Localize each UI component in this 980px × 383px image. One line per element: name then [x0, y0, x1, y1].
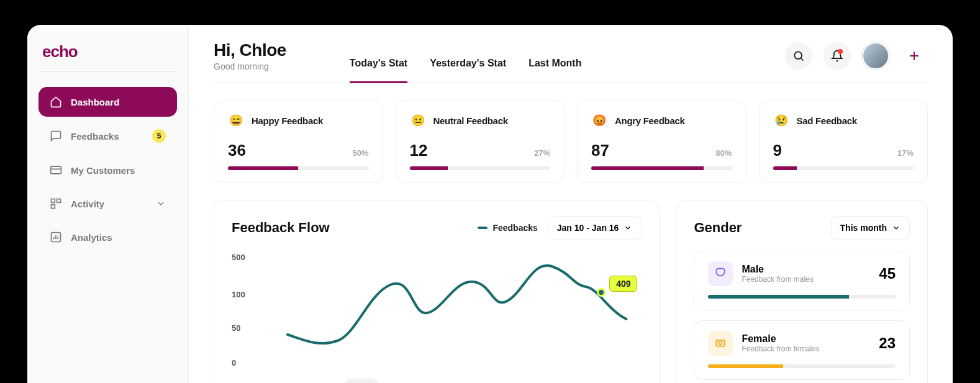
- greeting: Hi, Chloe Good morning: [214, 40, 286, 71]
- sidebar-item-label: Activity: [71, 199, 104, 209]
- stat-card-angry[interactable]: 😡 Angry Feedback 87 80%: [577, 101, 746, 183]
- plus-icon: +: [909, 46, 919, 66]
- svg-point-9: [794, 52, 802, 59]
- range-1y[interactable]: 1Y: [595, 379, 628, 383]
- chevron-down-icon: [892, 223, 901, 232]
- gender-value: 23: [879, 335, 896, 352]
- stat-percent: 80%: [715, 148, 732, 158]
- range-6m[interactable]: 6M: [532, 379, 566, 383]
- gender-subtitle: Feedback from females: [742, 345, 819, 353]
- stat-card-sad[interactable]: 😢 Sad Feedback 9 17%: [759, 101, 928, 183]
- stat-title: Angry Feedback: [615, 115, 685, 126]
- gender-title: Female: [742, 333, 819, 345]
- range-1d[interactable]: 1D: [283, 379, 317, 383]
- main-content: Hi, Chloe Good morning Today's Stat Yest…: [189, 25, 953, 383]
- sidebar-item-label: My Customers: [71, 165, 135, 176]
- tab-last-month[interactable]: Last Month: [529, 52, 581, 83]
- legend-label: Feedbacks: [492, 223, 537, 233]
- stat-progress: [228, 166, 369, 170]
- range-5d[interactable]: 5D: [345, 379, 378, 383]
- brand-logo: echo: [39, 40, 177, 72]
- gender-progress: [708, 295, 896, 299]
- svg-rect-0: [51, 166, 61, 174]
- sidebar: echo Dashboard Feedbacks 5: [27, 25, 189, 383]
- gender-card-female[interactable]: Female Feedback from females 23: [694, 320, 910, 380]
- search-button[interactable]: [785, 42, 812, 70]
- sidebar-item-feedbacks[interactable]: Feedbacks 5: [39, 120, 177, 151]
- sidebar-item-activity[interactable]: Activity: [39, 189, 177, 219]
- neutral-emoji-icon: 😐: [410, 112, 426, 128]
- stat-percent: 17%: [897, 148, 914, 158]
- y-tick: 100: [232, 290, 245, 299]
- chart-focus-value: 409: [609, 276, 637, 292]
- greeting-title: Hi, Chloe: [214, 40, 286, 60]
- lower-panels: Feedback Flow Feedbacks Jan 10 - Jan 16: [214, 201, 928, 383]
- tab-todays-stat[interactable]: Today's Stat: [350, 52, 407, 83]
- stat-percent: 50%: [352, 148, 368, 158]
- notification-dot: [838, 49, 843, 54]
- gender-panel: Gender This month: [676, 201, 928, 383]
- stat-card-happy[interactable]: 😄 Happy Feedback 36 50%: [214, 101, 383, 183]
- stat-cards-row: 😄 Happy Feedback 36 50% 😐 Neutral Feedba…: [214, 101, 928, 183]
- sidebar-item-label: Feedbacks: [71, 131, 119, 142]
- female-icon: [708, 331, 733, 356]
- topbar: Hi, Chloe Good morning Today's Stat Yest…: [214, 40, 928, 83]
- stat-value: 87: [591, 141, 609, 160]
- stat-tabs: Today's Stat Yesterday's Stat Last Month: [350, 40, 582, 71]
- gender-card-male[interactable]: Male Feedback from males 45: [694, 251, 910, 310]
- gender-range-select[interactable]: This month: [831, 216, 910, 240]
- stat-value: 12: [410, 141, 428, 160]
- range-3m[interactable]: 3M: [470, 379, 504, 383]
- svg-point-12: [719, 342, 722, 345]
- svg-rect-11: [717, 340, 725, 346]
- sidebar-item-analytics[interactable]: Analytics: [39, 222, 177, 252]
- range-1m[interactable]: 1M: [407, 379, 441, 383]
- legend-swatch: [478, 227, 488, 229]
- greeting-subtitle: Good morning: [214, 61, 286, 71]
- feedback-flow-chart: 500 100 50 0 409: [232, 251, 642, 375]
- add-button[interactable]: +: [901, 42, 928, 70]
- sidebar-item-dashboard[interactable]: Dashboard: [39, 87, 177, 117]
- feedbacks-badge: 5: [152, 129, 166, 143]
- sidebar-item-label: Dashboard: [71, 97, 119, 107]
- chevron-down-icon: [156, 199, 166, 209]
- stat-title: Sad Feedback: [797, 115, 857, 126]
- time-range-tabs: 1D 5D 1M 3M 6M 1Y: [232, 375, 642, 383]
- sidebar-nav: Dashboard Feedbacks 5 My Customers: [39, 87, 177, 252]
- chart-legend: Feedbacks: [478, 223, 537, 233]
- date-range-select[interactable]: Jan 10 - Jan 16: [548, 216, 642, 240]
- gender-subtitle: Feedback from males: [742, 275, 813, 284]
- stat-card-neutral[interactable]: 😐 Neutral Feedback 12 27%: [396, 101, 565, 183]
- gender-progress: [708, 364, 896, 368]
- sidebar-item-my-customers[interactable]: My Customers: [39, 155, 177, 185]
- y-tick: 500: [232, 253, 245, 262]
- y-tick: 0: [232, 358, 236, 367]
- avatar[interactable]: [862, 42, 889, 70]
- angry-emoji-icon: 😡: [591, 112, 607, 128]
- feedback-flow-panel: Feedback Flow Feedbacks Jan 10 - Jan 16: [214, 201, 660, 383]
- stat-value: 9: [773, 141, 782, 160]
- top-actions: +: [785, 42, 928, 70]
- stat-percent: 27%: [534, 148, 550, 158]
- card-icon: [50, 164, 62, 176]
- stat-value: 36: [228, 141, 246, 160]
- male-icon: [708, 261, 733, 286]
- sidebar-item-label: Analytics: [71, 232, 112, 243]
- y-tick: 50: [232, 323, 240, 333]
- tab-yesterdays-stat[interactable]: Yesterday's Stat: [430, 52, 506, 83]
- stat-title: Happy Feedback: [252, 115, 323, 126]
- svg-line-10: [801, 58, 804, 60]
- gender-value: 45: [879, 265, 896, 282]
- range-label: Jan 10 - Jan 16: [557, 223, 619, 233]
- svg-rect-3: [57, 199, 61, 203]
- sad-emoji-icon: 😢: [773, 112, 789, 128]
- stat-progress: [410, 166, 551, 170]
- svg-rect-4: [52, 205, 55, 209]
- activity-icon: [50, 197, 62, 210]
- notifications-button[interactable]: [823, 42, 851, 70]
- line-chart-svg: [269, 251, 642, 363]
- chevron-down-icon: [624, 223, 632, 232]
- search-icon: [792, 50, 805, 62]
- stat-progress: [773, 166, 914, 170]
- happy-emoji-icon: 😄: [228, 112, 244, 128]
